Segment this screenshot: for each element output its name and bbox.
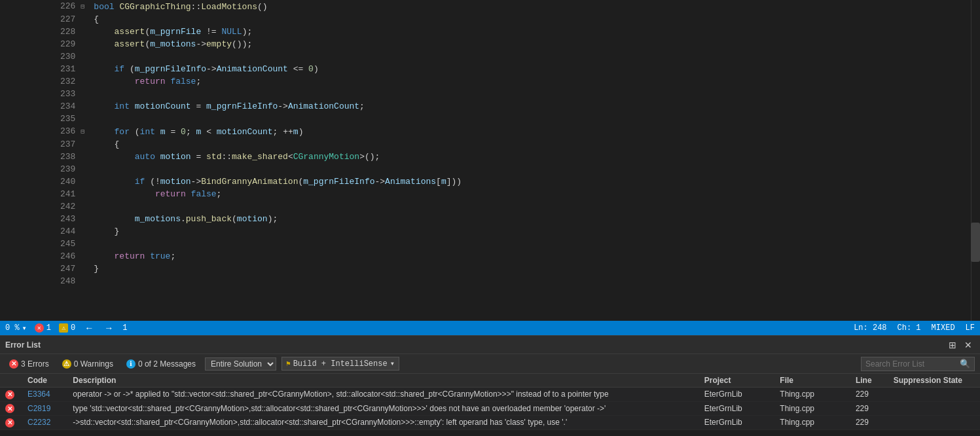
build-filter-button[interactable]: ⚑ Build + IntelliSense ▾ [281, 357, 399, 371]
col-header-project[interactable]: Project [699, 374, 775, 388]
line-code: assert(m_motions->empty()); [91, 38, 980, 50]
line-gutter [81, 138, 91, 151]
table-row: 248 [0, 275, 980, 287]
search-error-container[interactable]: 🔍 [861, 357, 975, 371]
col-header-suppression[interactable]: Suppression State [888, 374, 980, 388]
col-header-code[interactable]: Code [22, 374, 67, 388]
line-gutter [81, 63, 91, 75]
nav-back-button[interactable]: ← [83, 323, 95, 333]
line-ending-label: LF [966, 323, 975, 333]
line-code: if (!motion->BindGrannyAnimation(m_pgrnF… [91, 175, 980, 188]
code-table: 226⊟bool CGGraphicThing::LoadMotions()22… [0, 0, 980, 287]
table-row: 243 m_motions.push_back(motion); [0, 213, 980, 225]
col-header-type[interactable] [0, 374, 22, 388]
scrollbar-thumb[interactable] [971, 223, 980, 262]
nav-position: 1 [122, 323, 127, 333]
error-line-cell: 229 [850, 388, 888, 402]
error-table: Code Description Project File Line Suppr… [0, 374, 980, 430]
collapse-icon[interactable]: ⊟ [81, 3, 84, 10]
warnings-filter-icon: ⚠ [62, 359, 71, 369]
error-type-cell: ✕ [0, 388, 22, 402]
line-code [91, 163, 980, 175]
line-number: 239 [0, 163, 81, 175]
error-type-cell: ✕ [0, 401, 22, 416]
status-right: Ln: 248 Ch: 1 MIXED LF [854, 323, 975, 333]
line-gutter [81, 50, 91, 63]
error-status-count: 1 [46, 323, 51, 333]
errors-filter-icon: ✕ [9, 359, 18, 369]
table-row[interactable]: ✕C2232->std::vector<std::shared_ptr<CGra… [0, 416, 980, 430]
collapse-icon[interactable]: ⊟ [81, 128, 84, 136]
line-number: 232 [0, 75, 81, 88]
error-list-panel: Error List ⊞ ✕ ✕ 3 Errors ⚠ 0 Warnings ℹ… [0, 335, 980, 430]
line-number: 234 [0, 100, 81, 113]
table-row: 236⊟ for (int m = 0; m < motionCount; ++… [0, 125, 980, 138]
line-code: } [91, 225, 980, 238]
table-row: 244 } [0, 225, 980, 238]
warnings-filter-label: 0 Warnings [74, 359, 113, 369]
table-row[interactable]: ✕E3364operator -> or ->* applied to "std… [0, 388, 980, 402]
table-row: 242 [0, 200, 980, 213]
vertical-scrollbar[interactable] [971, 0, 980, 321]
line-gutter [81, 200, 91, 213]
line-number: 245 [0, 238, 81, 250]
table-row: 228 assert(m_pgrnFile != NULL); [0, 26, 980, 38]
error-code-cell: C2819 [22, 401, 67, 416]
line-number: 246 [0, 250, 81, 263]
line-code: } [91, 263, 980, 275]
error-status-icon: ✕ [35, 323, 44, 333]
errors-filter-button[interactable]: ✕ 3 Errors [5, 358, 53, 370]
col-header-file[interactable]: File [774, 374, 850, 388]
scope-select[interactable]: Entire Solution [205, 357, 276, 371]
table-row: 240 if (!motion->BindGrannyAnimation(m_p… [0, 175, 980, 188]
errors-filter-label: 3 Errors [21, 359, 49, 369]
table-row: 227{ [0, 13, 980, 26]
error-line-cell: 229 [850, 416, 888, 430]
error-indicator[interactable]: ✕ 1 [35, 323, 51, 333]
error-row-icon: ✕ [5, 418, 14, 427]
line-code [91, 275, 980, 287]
line-gutter [81, 175, 91, 188]
table-header-row: Code Description Project File Line Suppr… [0, 374, 980, 388]
search-icon: 🔍 [960, 359, 970, 369]
error-type-cell: ✕ [0, 416, 22, 430]
col-header-line[interactable]: Line [850, 374, 888, 388]
line-number: 233 [0, 88, 81, 100]
table-row: 237 { [0, 138, 980, 151]
line-number: 238 [0, 151, 81, 163]
messages-filter-icon: ℹ [126, 359, 136, 369]
line-number: 242 [0, 200, 81, 213]
table-row: 229 assert(m_motions->empty()); [0, 38, 980, 50]
line-code: if (m_pgrnFileInfo->AnimationCount <= 0) [91, 63, 980, 75]
warning-status-count: 0 [71, 323, 75, 333]
search-error-input[interactable] [865, 359, 957, 369]
table-row: 245 [0, 238, 980, 250]
line-code: { [91, 13, 980, 26]
close-panel-button[interactable]: ✕ [962, 338, 975, 352]
line-gutter: ⊟ [81, 125, 91, 138]
line-code [91, 113, 980, 125]
table-row: 239 [0, 163, 980, 175]
build-filter-dropdown-icon: ▾ [390, 359, 395, 369]
error-project-cell: EterGrnLib [699, 416, 775, 430]
nav-forward-button[interactable]: → [103, 323, 115, 333]
line-code: assert(m_pgrnFile != NULL); [91, 26, 980, 38]
line-number: 243 [0, 213, 81, 225]
line-gutter [81, 113, 91, 125]
error-row-icon: ✕ [5, 390, 14, 399]
error-project-cell: EterGrnLib [699, 388, 775, 402]
error-file-cell: Thing.cpp [774, 388, 850, 402]
error-description-cell: operator -> or ->* applied to "std::vect… [67, 388, 699, 402]
col-header-description[interactable]: Description [67, 374, 699, 388]
zoom-dropdown-icon[interactable]: ▾ [22, 323, 27, 333]
error-project-cell: EterGrnLib [699, 401, 775, 416]
warnings-filter-button[interactable]: ⚠ 0 Warnings [58, 358, 117, 370]
warning-indicator[interactable]: ⚠ 0 [59, 323, 75, 333]
pin-button[interactable]: ⊞ [946, 338, 959, 352]
table-row: 235 [0, 113, 980, 125]
messages-filter-button[interactable]: ℹ 0 of 2 Messages [122, 358, 200, 370]
table-row[interactable]: ✕C2819type 'std::vector<std::shared_ptr<… [0, 401, 980, 416]
panel-title: Error List [5, 340, 41, 350]
table-row: 230 [0, 50, 980, 63]
line-gutter [81, 238, 91, 250]
